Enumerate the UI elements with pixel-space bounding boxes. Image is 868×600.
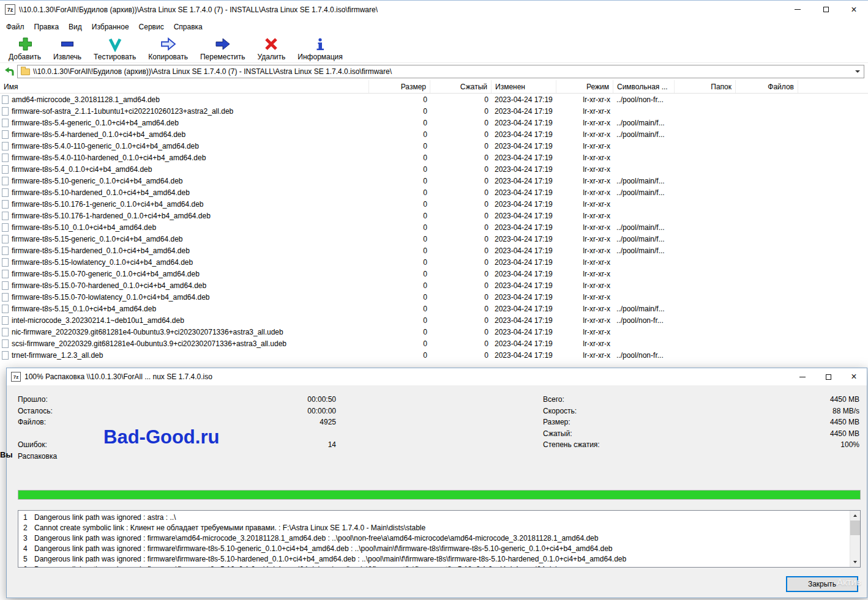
file-row[interactable]: firmware-sof-astra_2.1.1-1ubuntu1+ci2022… bbox=[0, 105, 868, 117]
file-row[interactable]: firmware-t8s-5.15.0-70-generic_0.1.0+ci4… bbox=[0, 268, 868, 280]
close-icon bbox=[851, 5, 856, 15]
address-dropdown-button[interactable] bbox=[851, 65, 864, 78]
file-row[interactable]: firmware-t8s-5.4-generic_0.1.0+ci4+b4_am… bbox=[0, 117, 868, 128]
file-row[interactable]: firmware-t8s-5.15.0-70-hardened_0.1.0+ci… bbox=[0, 280, 868, 291]
column-header[interactable]: Символьная ... bbox=[613, 80, 675, 93]
log-line[interactable]: 3Dangerous link path was ignored : firmw… bbox=[18, 533, 850, 543]
menu-item[interactable]: Правка bbox=[29, 21, 64, 33]
dialog-maximize-button[interactable] bbox=[815, 368, 841, 385]
file-row[interactable]: firmware-t8s-5.4_0.1.0+ci4+b4_amd64.deb0… bbox=[0, 163, 868, 175]
stat-label: Распаковка bbox=[18, 452, 57, 461]
file-mode: lr-xr-xr-x bbox=[556, 316, 613, 325]
column-header[interactable]: Имя bbox=[0, 80, 369, 93]
stat-value: 4925 bbox=[320, 418, 336, 426]
file-row[interactable]: firmware-t8s-5.15-lowlatency_0.1.0+ci4+b… bbox=[0, 256, 868, 268]
file-modified: 2023-04-24 17:19 bbox=[492, 235, 556, 243]
file-name: firmware-t8s-5.15.0-70-hardened_0.1.0+ci… bbox=[12, 281, 206, 290]
menu-item[interactable]: Избранное bbox=[87, 21, 134, 33]
scroll-down-button[interactable] bbox=[850, 557, 860, 567]
file-row[interactable]: firmware-t8s-5.10.176-1-generic_0.1.0+ci… bbox=[0, 198, 868, 210]
file-row[interactable]: trnet-firmware_1.2.3_all.deb002023-04-24… bbox=[0, 349, 868, 361]
file-size: 0 bbox=[369, 223, 430, 232]
maximize-button[interactable] bbox=[812, 1, 840, 18]
file-size: 0 bbox=[369, 328, 430, 336]
file-packed: 0 bbox=[430, 223, 492, 232]
column-header[interactable]: Размер bbox=[369, 80, 430, 93]
file-row[interactable]: firmware-t8s-5.4.0-110-hardened_0.1.0+ci… bbox=[0, 152, 868, 163]
toolbar-add-button[interactable]: Добавить bbox=[2, 35, 47, 62]
file-row[interactable]: firmware-t8s-5.15.0-70-lowlatency_0.1.0+… bbox=[0, 291, 868, 303]
menu-item[interactable]: Сервис bbox=[134, 21, 169, 33]
file-packed: 0 bbox=[430, 142, 492, 150]
toolbar-info-button[interactable]: Информация bbox=[291, 35, 348, 62]
file-name: firmware-t8s-5.15-generic_0.1.0+ci4+b4_a… bbox=[12, 235, 183, 243]
close-button[interactable] bbox=[840, 1, 868, 18]
file-size: 0 bbox=[369, 119, 430, 127]
column-header[interactable]: Режим bbox=[556, 80, 613, 93]
file-row[interactable]: firmware-t8s-5.15-generic_0.1.0+ci4+b4_a… bbox=[0, 233, 868, 245]
log-line[interactable]: 5Dangerous link path was ignored : firmw… bbox=[18, 554, 850, 564]
file-row[interactable]: firmware-t8s-5.10-hardened_0.1.0+ci4+b4_… bbox=[0, 187, 868, 198]
toolbar-move-button[interactable]: Переместить bbox=[194, 35, 252, 62]
menu-item[interactable]: Вид bbox=[64, 21, 87, 33]
file-row[interactable]: firmware-t8s-5.4-hardened_0.1.0+ci4+b4_a… bbox=[0, 128, 868, 140]
stat-row: Распаковка bbox=[18, 451, 336, 462]
scroll-up-button[interactable] bbox=[850, 511, 860, 520]
file-name: firmware-t8s-5.4-generic_0.1.0+ci4+b4_am… bbox=[12, 119, 179, 127]
file-row[interactable]: firmware-t8s-5.15_0.1.0+ci4+b4_amd64.deb… bbox=[0, 303, 868, 314]
log-line[interactable]: 6Dangerous link path was ignored : firmw… bbox=[18, 564, 850, 568]
stat-value: 4450 MB bbox=[830, 418, 859, 426]
file-name-cell: firmware-t8s-5.4-generic_0.1.0+ci4+b4_am… bbox=[0, 119, 369, 127]
log-line[interactable]: 2Cannot create symbolic link : Клиент не… bbox=[18, 522, 850, 533]
minimize-button[interactable] bbox=[784, 1, 812, 18]
file-name-cell: firmware-t8s-5.10.176-1-generic_0.1.0+ci… bbox=[0, 200, 369, 209]
toolbar-test-button[interactable]: Тестировать bbox=[88, 35, 142, 62]
menu-item[interactable]: Справка bbox=[169, 21, 208, 33]
stat-row: Размер:4450 MB bbox=[543, 417, 859, 428]
window-title: \\10.0.1.30\ForAll\!Будилов (архив))\Ast… bbox=[19, 6, 378, 14]
file-name-cell: firmware-t8s-5.15-generic_0.1.0+ci4+b4_a… bbox=[0, 235, 369, 243]
log-line[interactable]: 1Dangerous link path was ignored : astra… bbox=[18, 512, 850, 522]
file-size: 0 bbox=[369, 154, 430, 162]
file-mode: lr-xr-xr-x bbox=[556, 142, 613, 150]
up-folder-button[interactable] bbox=[1, 64, 17, 79]
file-row[interactable]: firmware-t8s-5.10-generic_0.1.0+ci4+b4_a… bbox=[0, 175, 868, 187]
column-header[interactable]: Изменен bbox=[492, 80, 556, 93]
toolbar-delete-button[interactable]: Удалить bbox=[252, 35, 292, 62]
log-scrollbar[interactable] bbox=[850, 511, 860, 567]
address-field[interactable]: \\10.0.1.30\ForAll\!Будилов (архив))\Ast… bbox=[17, 65, 864, 78]
file-row[interactable]: nic-firmware_20220329.git681281e4-0ubunt… bbox=[0, 326, 868, 338]
dialog-close-x-button[interactable] bbox=[841, 368, 867, 385]
log-line-number: 5 bbox=[18, 555, 34, 563]
address-path: \\10.0.1.30\ForAll\!Будилов (архив))\Ast… bbox=[33, 67, 851, 76]
file-symlink: ../pool/main/f... bbox=[613, 305, 675, 313]
stat-value: 00:00:00 bbox=[307, 407, 336, 415]
file-row[interactable]: firmware-t8s-5.15-hardened_0.1.0+ci4+b4_… bbox=[0, 245, 868, 256]
toolbar-copy-button[interactable]: Копировать bbox=[142, 35, 194, 62]
file-modified: 2023-04-24 17:19 bbox=[492, 223, 556, 232]
file-row[interactable]: firmware-t8s-5.10_0.1.0+ci4+b4_amd64.deb… bbox=[0, 221, 868, 233]
dialog-minimize-button[interactable] bbox=[790, 368, 815, 385]
file-mode: lr-xr-xr-x bbox=[556, 107, 613, 116]
column-header[interactable]: Сжатый bbox=[430, 80, 492, 93]
column-header[interactable]: Папок bbox=[675, 80, 736, 93]
file-name-cell: firmware-t8s-5.4-hardened_0.1.0+ci4+b4_a… bbox=[0, 130, 369, 139]
file-icon bbox=[2, 165, 9, 174]
menu-item[interactable]: Файл bbox=[1, 21, 29, 33]
dialog-app-icon: 7z bbox=[11, 372, 21, 382]
toolbar-extract-button[interactable]: Извлечь bbox=[47, 35, 88, 62]
column-header[interactable]: Файлов bbox=[736, 80, 798, 93]
scroll-thumb[interactable] bbox=[850, 520, 860, 535]
file-size: 0 bbox=[369, 188, 430, 197]
stat-row: Всего:4450 MB bbox=[543, 394, 859, 406]
file-icon bbox=[2, 270, 9, 278]
file-row[interactable]: firmware-t8s-5.4.0-110-generic_0.1.0+ci4… bbox=[0, 140, 868, 152]
file-row[interactable]: intel-microcode_3.20230214.1~deb10u1_amd… bbox=[0, 314, 868, 326]
file-row[interactable]: firmware-t8s-5.10.176-1-hardened_0.1.0+c… bbox=[0, 210, 868, 221]
log-line[interactable]: 4Dangerous link path was ignored : firmw… bbox=[18, 543, 850, 554]
file-row[interactable]: amd64-microcode_3.20181128.1_amd64.deb00… bbox=[0, 94, 868, 105]
stat-row: Степень сжатия:100% bbox=[543, 439, 859, 451]
file-packed: 0 bbox=[430, 293, 492, 302]
file-name: firmware-t8s-5.4_0.1.0+ci4+b4_amd64.deb bbox=[12, 165, 152, 174]
file-row[interactable]: scsi-firmware_20220329.git681281e4-0ubun… bbox=[0, 338, 868, 349]
